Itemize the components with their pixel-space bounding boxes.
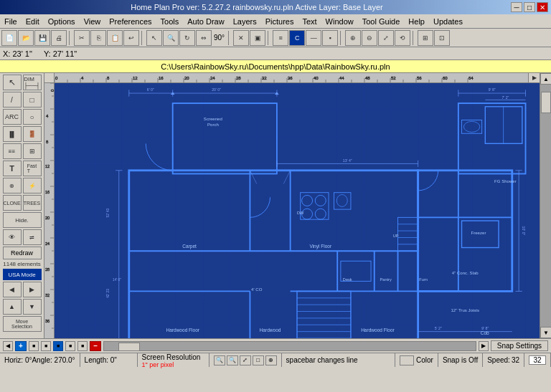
svg-text:20: 20 bbox=[45, 216, 50, 220]
select-button[interactable]: ↖ bbox=[146, 30, 162, 46]
arrow-tool[interactable]: ↖ bbox=[3, 75, 22, 90]
menu-layers[interactable]: Layers bbox=[229, 16, 261, 27]
window-tool[interactable]: ⊞ bbox=[23, 143, 42, 159]
scroll-track-right[interactable] bbox=[540, 85, 551, 327]
misc2-button[interactable]: ⊡ bbox=[434, 30, 450, 46]
menu-text[interactable]: Text bbox=[298, 16, 321, 27]
misc1-button[interactable]: ⊞ bbox=[418, 30, 433, 46]
save-button[interactable]: 💾 bbox=[34, 30, 50, 46]
zoom-lvl5[interactable]: ■ bbox=[77, 341, 88, 351]
zoom-box-status[interactable]: □ bbox=[253, 355, 264, 365]
usa-mode[interactable]: USA Mode bbox=[3, 269, 42, 280]
line-tool[interactable]: / bbox=[3, 92, 22, 107]
zoom-in-status[interactable]: 🔍 bbox=[214, 355, 225, 365]
flip-button[interactable]: ⇔ bbox=[196, 30, 212, 46]
menu-file[interactable]: File bbox=[0, 16, 22, 27]
resolution-value: 1" per pixel bbox=[142, 361, 174, 368]
move-tool[interactable]: ⇌ bbox=[23, 229, 42, 245]
cut-button[interactable]: ✂ bbox=[74, 30, 90, 46]
close-button[interactable]: ✕ bbox=[537, 2, 548, 12]
right-scrollbar[interactable]: ▲ ▼ bbox=[540, 73, 551, 338]
fit-button[interactable]: ⤢ bbox=[378, 30, 394, 46]
snap-up[interactable]: ▲ bbox=[3, 299, 22, 315]
trees-tool[interactable]: TREES bbox=[23, 195, 42, 211]
line-button[interactable]: — bbox=[306, 30, 321, 46]
svg-text:12" Trus Joists: 12" Trus Joists bbox=[451, 307, 479, 312]
paste-button[interactable]: 📋 bbox=[107, 30, 123, 46]
menu-tools[interactable]: Tools bbox=[156, 16, 184, 27]
scroll-up-button[interactable]: ▲ bbox=[540, 73, 551, 85]
zoom-out-button[interactable]: ⊖ bbox=[362, 30, 377, 46]
symbol-tool[interactable]: ⊕ bbox=[3, 178, 22, 193]
zoom-in-button[interactable]: ⊕ bbox=[345, 30, 361, 46]
new-button[interactable]: 📄 bbox=[1, 30, 17, 46]
door-tool[interactable]: 🚪 bbox=[23, 126, 42, 142]
nav-right[interactable]: ▶ bbox=[479, 341, 489, 351]
color-button[interactable]: C bbox=[289, 30, 305, 46]
group-button[interactable]: ▣ bbox=[250, 30, 265, 46]
text-tool[interactable]: T bbox=[3, 161, 22, 176]
zoom-lvl3[interactable]: ■ bbox=[53, 341, 63, 351]
scroll-down-button[interactable]: ▼ bbox=[540, 327, 551, 338]
hide-btn[interactable]: Hide. bbox=[3, 212, 42, 228]
arc-tool[interactable]: ARC bbox=[3, 109, 22, 125]
open-button[interactable]: 📂 bbox=[18, 30, 34, 46]
menu-pictures[interactable]: Pictures bbox=[261, 16, 298, 27]
zoom-misc-status[interactable]: ⊕ bbox=[265, 355, 277, 365]
menu-view[interactable]: View bbox=[80, 16, 105, 27]
move-selection-btn[interactable]: Move Selection bbox=[3, 316, 42, 332]
ruler-scroll-arrow[interactable]: ▶ bbox=[528, 73, 540, 82]
menu-options[interactable]: Options bbox=[44, 16, 80, 27]
speed-value: 32 bbox=[512, 356, 519, 364]
lt-row11: ▲ ▼ bbox=[3, 299, 42, 315]
menu-edit[interactable]: Edit bbox=[22, 16, 44, 27]
menu-updates[interactable]: Updates bbox=[429, 16, 467, 27]
canvas-area[interactable]: 0 4 8 12 16 20 24 28 bbox=[44, 73, 551, 338]
h-scroll-track[interactable] bbox=[103, 341, 476, 351]
menu-tool guide[interactable]: Tool Guide bbox=[358, 16, 405, 27]
snap-dn[interactable]: ▼ bbox=[23, 299, 42, 315]
zoom-minus[interactable]: + bbox=[15, 341, 27, 351]
menu-window[interactable]: Window bbox=[321, 16, 358, 27]
menu-auto draw[interactable]: Auto Draw bbox=[183, 16, 228, 27]
snap-rt[interactable]: ▶ bbox=[23, 282, 42, 297]
rect-tool[interactable]: □ bbox=[23, 92, 42, 107]
resolution-label: Screen Resolution bbox=[142, 353, 201, 361]
menu-preferences[interactable]: Preferences bbox=[105, 16, 156, 27]
undo-button[interactable]: ↩ bbox=[123, 30, 139, 46]
copy-button[interactable]: ⎘ bbox=[90, 30, 106, 46]
fast-tool[interactable]: FastT bbox=[23, 161, 42, 176]
print-button[interactable]: 🖨 bbox=[51, 30, 67, 46]
snap-settings-btn[interactable]: Snap Settings bbox=[491, 340, 548, 351]
undo2-button[interactable]: ⟲ bbox=[395, 30, 410, 46]
zoom-fit-status[interactable]: ⤢ bbox=[240, 355, 251, 365]
h-scroll-thumb[interactable] bbox=[118, 343, 140, 351]
rotate-button[interactable]: ↻ bbox=[179, 30, 195, 46]
svg-text:20' 0": 20' 0" bbox=[212, 87, 221, 92]
zoom-out-status[interactable]: 🔍 bbox=[227, 355, 238, 365]
fill-button[interactable]: ▪ bbox=[322, 30, 338, 46]
zoom-lvl1[interactable]: ■ bbox=[29, 341, 39, 351]
menu-help[interactable]: Help bbox=[404, 16, 429, 27]
stair-tool[interactable]: ≡≡ bbox=[3, 143, 22, 159]
maximize-button[interactable]: □ bbox=[524, 2, 535, 12]
nav-left[interactable]: ◀ bbox=[3, 341, 13, 351]
circle-tool[interactable]: ○ bbox=[23, 109, 42, 125]
elec-tool[interactable]: ⚡ bbox=[23, 178, 42, 193]
view-tool[interactable]: 👁 bbox=[3, 229, 22, 245]
wall-tool[interactable]: ▐▌ bbox=[3, 126, 22, 142]
snap-lt[interactable]: ◀ bbox=[3, 282, 22, 297]
zoom-plus[interactable]: – bbox=[90, 341, 101, 351]
delete-button[interactable]: ✕ bbox=[233, 30, 249, 46]
redraw-button[interactable]: Redraw bbox=[3, 247, 42, 259]
color-swatch[interactable] bbox=[400, 355, 414, 365]
zoom-lvl2[interactable]: ■ bbox=[41, 341, 51, 351]
scroll-thumb-right[interactable] bbox=[541, 92, 551, 113]
zoom-button[interactable]: 🔍 bbox=[163, 30, 179, 46]
minimize-button[interactable]: ─ bbox=[511, 2, 522, 12]
layer-button[interactable]: ≡ bbox=[273, 30, 288, 46]
zoom-lvl4[interactable]: ■ bbox=[65, 341, 75, 351]
dim-tool[interactable]: DIM├──┤ bbox=[23, 75, 42, 90]
app-title: Home Plan Pro ver: 5.2.27.2 rainbowsky.r… bbox=[3, 3, 511, 11]
clone-tool[interactable]: CLONE bbox=[3, 195, 22, 211]
